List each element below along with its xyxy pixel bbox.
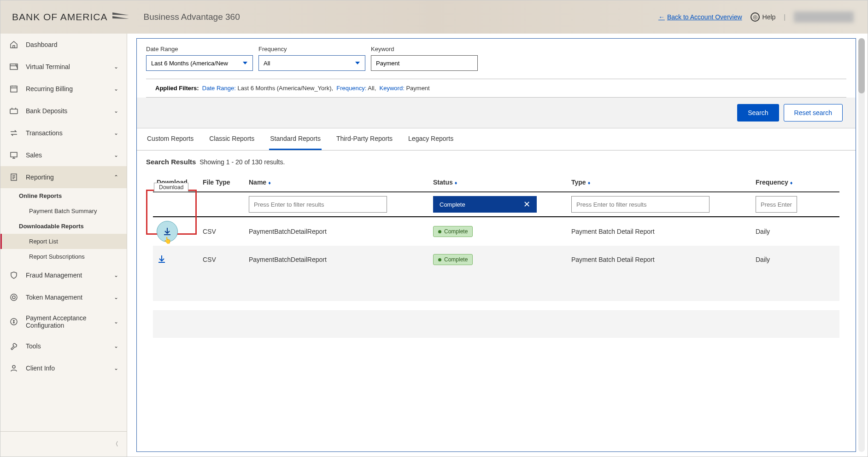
sidebar-item-payment-config[interactable]: Payment Acceptance Configuration ⌄ [0, 308, 127, 335]
sidebar-sub-report-subscriptions[interactable]: Report Subscriptions [0, 249, 127, 264]
applied-dr-val: Last 6 Months (America/New_York), [237, 85, 333, 92]
sidebar-sub-report-list[interactable]: Report List [0, 234, 127, 249]
sidebar-item-tools[interactable]: Tools ⌄ [0, 335, 127, 357]
sidebar-label: Fraud Management [26, 272, 107, 279]
status-dot-icon [438, 230, 441, 233]
sidebar-item-virtual-terminal[interactable]: Virtual Terminal ⌄ [0, 56, 127, 78]
cell-frequency: Daily [752, 217, 839, 246]
scrollbar[interactable] [858, 38, 865, 452]
cell-frequency: Daily [752, 246, 839, 273]
table-row: CSV PaymentBatchDetailReport Complete Pa… [153, 246, 839, 273]
svg-rect-2 [10, 109, 18, 114]
chevron-up-icon: ⌃ [114, 174, 118, 180]
chevron-down-icon: ⌄ [114, 365, 118, 371]
sidebar-item-recurring-billing[interactable]: Recurring Billing ⌄ [0, 78, 127, 100]
cell-status: Complete [429, 246, 568, 273]
token-icon [9, 292, 19, 302]
keyword-input[interactable] [371, 55, 478, 71]
status-dot-icon [438, 258, 441, 261]
results-table-wrap: Download File Type Name♦ Status♦ Type♦ F… [137, 173, 856, 338]
help-text: Help [762, 13, 776, 21]
table-row-empty [153, 310, 839, 338]
col-frequency[interactable]: Frequency♦ [752, 173, 839, 192]
sidebar-collapse-button[interactable]: 〈 [0, 431, 127, 457]
chevron-down-icon: ⌄ [114, 318, 118, 325]
applied-kw-label: Keyword: [380, 85, 405, 92]
tab-third-party-reports[interactable]: Third-Party Reports [335, 128, 393, 150]
sidebar-sub-payment-batch-summary[interactable]: Payment Batch Summary [0, 203, 127, 219]
filter-cell-name [245, 192, 429, 217]
col-type[interactable]: Type♦ [568, 173, 752, 192]
sort-icon: ♦ [790, 180, 793, 185]
product-name: Business Advantage 360 [144, 12, 240, 22]
sidebar-item-dashboard[interactable]: Dashboard [0, 34, 127, 56]
col-filetype: File Type [199, 173, 245, 192]
sidebar-label: Bank Deposits [26, 107, 107, 115]
col-name-text: Name [249, 179, 266, 186]
sidebar-label: Token Management [26, 294, 107, 301]
filter-cell-status: Complete ✕ [429, 192, 568, 217]
clear-status-filter-icon[interactable]: ✕ [523, 199, 530, 209]
table-row-empty [153, 273, 839, 301]
sidebar-item-client-info[interactable]: Client Info ⌄ [0, 357, 127, 379]
sidebar-item-fraud-management[interactable]: Fraud Management ⌄ [0, 264, 127, 286]
name-filter-input[interactable] [249, 196, 387, 213]
sort-icon: ♦ [588, 180, 591, 185]
filter-date-range: Date Range [146, 46, 253, 71]
frequency-filter-input[interactable] [756, 196, 797, 213]
sidebar-item-reporting[interactable]: Reporting ⌃ [0, 166, 127, 188]
type-filter-input[interactable] [571, 196, 710, 213]
download-button[interactable]: 👆 [157, 221, 178, 242]
tab-custom-reports[interactable]: Custom Reports [146, 128, 194, 150]
cell-download [153, 246, 199, 273]
back-to-overview-link[interactable]: ← Back to Account Overview [658, 13, 742, 21]
help-icon: ◎ [751, 12, 760, 22]
reset-search-button[interactable]: Reset search [784, 104, 843, 121]
tab-legacy-reports[interactable]: Legacy Reports [407, 128, 454, 150]
body-area: Dashboard Virtual Terminal ⌄ Recurring B… [0, 34, 868, 457]
tab-standard-reports[interactable]: Standard Reports [269, 128, 322, 150]
sidebar: Dashboard Virtual Terminal ⌄ Recurring B… [0, 34, 127, 457]
chevron-down-icon: ⌄ [114, 130, 118, 136]
cell-download: 👆 [153, 217, 199, 246]
sidebar-label: Dashboard [26, 41, 118, 48]
col-status[interactable]: Status♦ [429, 173, 568, 192]
status-badge: Complete [433, 226, 473, 237]
help-link[interactable]: ◎ Help [751, 12, 776, 22]
exchange-icon [9, 128, 19, 138]
sidebar-label: Recurring Billing [26, 85, 107, 93]
tab-classic-reports[interactable]: Classic Reports [208, 128, 255, 150]
screen-icon [9, 150, 19, 160]
search-button[interactable]: Search [737, 104, 779, 121]
scroll-thumb[interactable] [858, 38, 865, 93]
col-type-text: Type [571, 179, 586, 186]
button-row: Search Reset search [137, 98, 856, 128]
select-wrap [258, 55, 365, 71]
sidebar-item-bank-deposits[interactable]: Bank Deposits ⌄ [0, 100, 127, 122]
frequency-select[interactable] [258, 55, 365, 71]
sidebar-item-transactions[interactable]: Transactions ⌄ [0, 122, 127, 144]
applied-kw-val: Payment [406, 85, 429, 92]
sidebar-item-token-management[interactable]: Token Management ⌄ [0, 286, 127, 308]
user-info-blurred [794, 12, 854, 23]
sidebar-label: Payment Acceptance Configuration [26, 314, 107, 329]
date-range-select[interactable] [146, 55, 253, 71]
cell-status: Complete [429, 217, 568, 246]
applied-filters-bar: Applied Filters: Date Range: Last 6 Mont… [146, 79, 846, 98]
sidebar-sub-downloadable-reports[interactable]: Downloadable Reports [0, 219, 127, 234]
calendar-icon [9, 84, 19, 94]
sidebar-item-sales[interactable]: Sales ⌄ [0, 144, 127, 166]
status-filter-active[interactable]: Complete ✕ [433, 196, 537, 213]
table-filter-row: Download Complete ✕ [153, 192, 839, 217]
cell-type: Payment Batch Detail Report [568, 246, 752, 273]
download-button[interactable] [157, 254, 167, 264]
terminal-icon [9, 62, 19, 72]
deposit-icon [9, 106, 19, 116]
sort-icon: ♦ [455, 180, 457, 185]
cursor-icon: 👆 [164, 237, 171, 244]
chevron-down-icon: ⌄ [114, 294, 118, 301]
sidebar-sub-online-reports[interactable]: Online Reports [0, 188, 127, 203]
status-badge: Complete [433, 254, 473, 265]
col-name[interactable]: Name♦ [245, 173, 429, 192]
col-download: Download [153, 173, 199, 192]
